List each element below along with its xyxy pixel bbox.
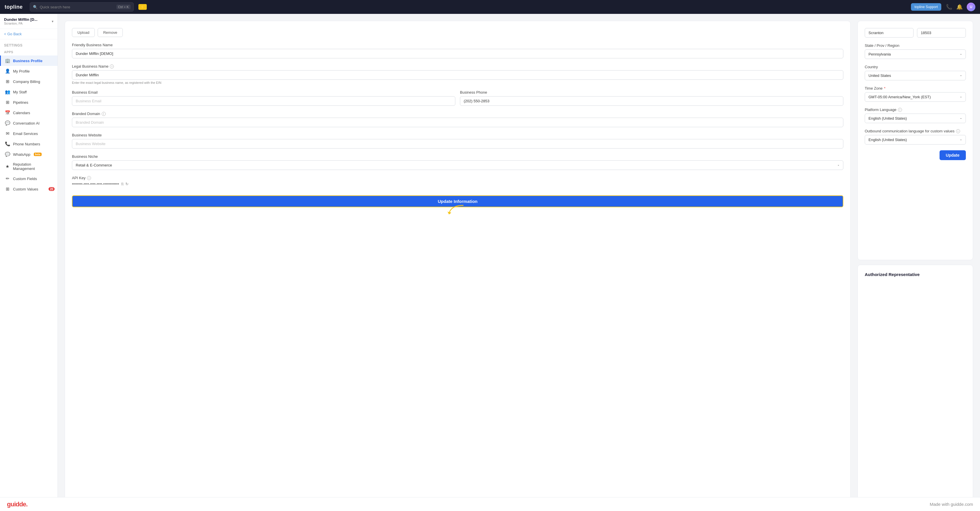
search-shortcut: Ctrl + K [116,5,130,9]
guidde-logo: guidde. [7,501,27,508]
conversation-ai-icon: 💬 [5,121,10,126]
sidebar-item-custom-values[interactable]: ⊞ Custom Values 20 [0,184,57,194]
branded-domain-input[interactable] [72,118,843,127]
main-content: Upload Remove Friendly Business Name Leg… [58,14,980,511]
timezone-select[interactable]: GMT-05:00 America/New_York (EST) GMT-08:… [865,92,966,102]
phone-group: Business Phone [460,90,843,106]
go-back-link[interactable]: < Go Back [0,29,57,39]
calendars-icon: 📅 [5,110,10,115]
search-placeholder-text: Quick search here [40,5,70,9]
platform-lang-select[interactable]: English (United States) Spanish French [865,114,966,123]
outbound-lang-select[interactable]: English (United States) Spanish [865,135,966,145]
phone-label: Business Phone [460,90,843,94]
phone-input[interactable] [460,96,843,106]
state-select[interactable]: Pennsylvania New York California [865,49,966,59]
platform-lang-info-icon: i [898,108,902,112]
platform-lang-label: Platform Language i [865,108,966,112]
remove-button[interactable]: Remove [98,28,123,37]
sidebar-item-conversation-ai[interactable]: 💬 Conversation AI [0,118,57,128]
phone-numbers-icon: 📞 [5,141,10,146]
email-services-icon: ✉ [5,131,10,136]
custom-values-icon: ⊞ [5,186,10,192]
sidebar-item-label: Business Profile [13,59,43,63]
outbound-lang-label: Outbound communication language for cust… [865,129,966,133]
auth-rep-header: Authorized Representative [865,272,966,277]
website-input[interactable] [72,139,843,148]
account-selector[interactable]: Dunder Mifflin [D... Scranton, PA ▾ [0,14,57,29]
sidebar-item-pipelines[interactable]: ⊞ Pipelines [0,97,57,108]
custom-values-badge: 20 [49,187,55,191]
phone-icon[interactable]: 📞 [946,4,952,10]
sidebar-item-custom-fields[interactable]: ✏ Custom Fields [0,174,57,184]
nav-icons: 📞 🔔 U [946,3,975,11]
niche-select[interactable]: Retail & E-Commerce Healthcare Finance [72,161,843,170]
zip-group [917,28,966,38]
sidebar-item-company-billing[interactable]: ⊞ Company Billing [0,76,57,87]
api-key-value: ••••••••-••••-••••-••••-•••••••••••• [72,182,119,186]
api-key-label: API Key i [72,176,843,180]
lightning-button[interactable]: ⚡ [138,4,147,10]
info-icon: i [110,64,114,68]
pipelines-icon: ⊞ [5,100,10,105]
legal-name-hint: Enter the exact legal business name, as … [72,81,843,84]
sidebar-item-label: Calendars [13,111,30,115]
friendly-name-input[interactable] [72,49,843,58]
update-button[interactable]: Update [940,150,966,160]
sidebar-item-label: Custom Fields [13,177,37,181]
sidebar-item-calendars[interactable]: 📅 Calendars [0,108,57,118]
sidebar-item-label: Custom Values [13,187,38,191]
guidde-bar: guidde. Made with guidde.com [0,497,980,511]
sidebar-item-label: Conversation AI [13,121,40,126]
sidebar-item-my-staff[interactable]: 👥 My Staff [0,87,57,97]
platform-lang-group: Platform Language i English (United Stat… [865,108,966,123]
settings-title: Settings [0,39,57,49]
left-form-card: Upload Remove Friendly Business Name Leg… [65,21,851,504]
sidebar-item-reputation-management[interactable]: ★ Reputation Management [0,159,57,174]
timezone-group: Time Zone * GMT-05:00 America/New_York (… [865,86,966,102]
sidebar-item-email-services[interactable]: ✉ Email Services [0,128,57,139]
api-key-row: ••••••••-••••-••••-••••-•••••••••••• ⎘ ↻ [72,182,843,186]
user-avatar[interactable]: U [967,3,975,11]
api-key-group: API Key i ••••••••-••••-••••-••••-••••••… [72,176,843,186]
country-select[interactable]: United States Canada United Kingdom [865,71,966,80]
search-bar[interactable]: 🔍 Quick search here Ctrl + K [30,2,134,11]
sidebar: Dunder Mifflin [D... Scranton, PA ▾ < Go… [0,14,58,511]
app-logo: topline [5,4,23,10]
website-group: Business Website [72,133,843,148]
sidebar-item-my-profile[interactable]: 👤 My Profile [0,66,57,76]
apps-label: Apps [0,49,57,56]
country-group: Country United States Canada United King… [865,65,966,80]
account-location: Scranton, PA [4,22,50,25]
country-label: Country [865,65,966,69]
whatsapp-icon: 💬 [5,152,10,157]
niche-label: Business Niche [72,154,843,159]
sidebar-item-phone-numbers[interactable]: 📞 Phone Numbers [0,139,57,149]
arrow-svg [446,204,469,215]
branded-domain-label: Branded Domain i [72,111,843,116]
zip-input[interactable] [917,28,966,38]
legal-name-input[interactable] [72,70,843,80]
guidde-tagline: Made with guidde.com [930,502,973,507]
chevron-down-icon: ▾ [52,19,53,24]
main-layout: Dunder Mifflin [D... Scranton, PA ▾ < Go… [0,14,980,511]
api-key-info-icon: i [87,176,91,180]
custom-fields-icon: ✏ [5,176,10,181]
city-input[interactable] [865,28,913,38]
friendly-name-group: Friendly Business Name [72,43,843,58]
support-button[interactable]: topline Support [911,3,941,11]
sidebar-item-whatsapp[interactable]: 💬 WhatsApp beta [0,149,57,159]
sidebar-item-label: Email Services [13,132,38,136]
sidebar-item-label: Pipelines [13,100,28,105]
bell-icon[interactable]: 🔔 [956,4,963,10]
sidebar-item-business-profile[interactable]: 🏢 Business Profile [0,56,57,66]
state-group: State / Prov / Region Pennsylvania New Y… [865,43,966,59]
copy-icon[interactable]: ⎘ [121,182,124,186]
required-indicator: * [884,86,886,91]
refresh-icon[interactable]: ↻ [126,182,129,186]
branded-domain-info-icon: i [102,112,106,116]
search-icon: 🔍 [33,5,38,9]
upload-button[interactable]: Upload [72,28,95,37]
right-panels: State / Prov / Region Pennsylvania New Y… [858,21,973,504]
email-input[interactable] [72,96,455,106]
friendly-name-label: Friendly Business Name [72,43,843,47]
